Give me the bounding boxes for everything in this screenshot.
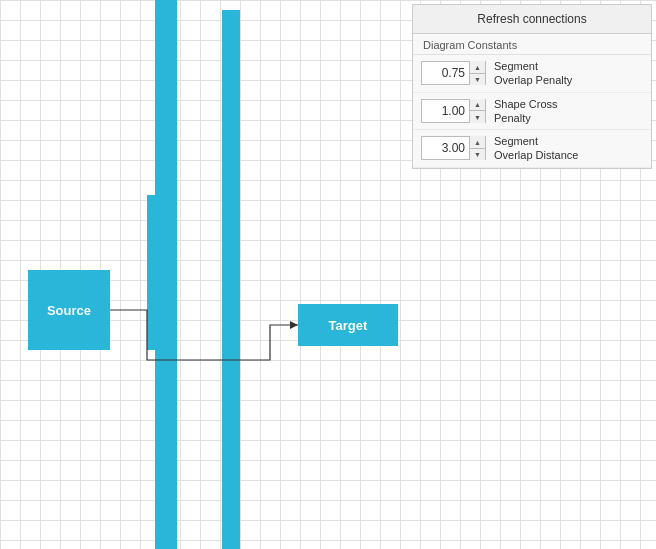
cross-bar-medium <box>147 195 161 350</box>
target-label: Target <box>329 318 368 333</box>
constant-input-wrap-1: 1.00 ▲ ▼ <box>421 99 486 123</box>
spin-down-2[interactable]: ▼ <box>470 149 485 161</box>
constant-input-wrap-2: 3.00 ▲ ▼ <box>421 136 486 160</box>
source-shape[interactable]: Source <box>28 270 110 350</box>
spinner-1: ▲ ▼ <box>469 99 485 123</box>
constant-row-1: 1.00 ▲ ▼ Shape Cross Penalty <box>413 93 651 131</box>
spin-up-2[interactable]: ▲ <box>470 136 485 149</box>
constant-value-2: 3.00 <box>422 136 469 160</box>
spinner-2: ▲ ▼ <box>469 136 485 160</box>
constant-input-wrap-0: 0.75 ▲ ▼ <box>421 61 486 85</box>
spin-up-0[interactable]: ▲ <box>470 61 485 74</box>
diagram-constants-label: Diagram Constants <box>413 34 651 55</box>
constant-row-2: 3.00 ▲ ▼ Segment Overlap Distance <box>413 130 651 168</box>
target-shape[interactable]: Target <box>298 304 398 346</box>
spinner-0: ▲ ▼ <box>469 61 485 85</box>
svg-marker-0 <box>290 321 298 329</box>
constant-label-2: Segment Overlap Distance <box>494 134 578 163</box>
constant-value-1: 1.00 <box>422 99 469 123</box>
control-panel: Refresh connections Diagram Constants 0.… <box>412 4 652 169</box>
constant-label-0: Segment Overlap Penalty <box>494 59 572 88</box>
refresh-connections-button[interactable]: Refresh connections <box>413 5 651 34</box>
constant-row-0: 0.75 ▲ ▼ Segment Overlap Penalty <box>413 55 651 93</box>
constant-value-0: 0.75 <box>422 61 469 85</box>
spin-down-1[interactable]: ▼ <box>470 111 485 123</box>
spin-up-1[interactable]: ▲ <box>470 99 485 112</box>
spin-down-0[interactable]: ▼ <box>470 74 485 86</box>
cross-bar-tall-center <box>222 10 240 549</box>
constant-label-1: Shape Cross Penalty <box>494 97 558 126</box>
source-label: Source <box>47 303 91 318</box>
